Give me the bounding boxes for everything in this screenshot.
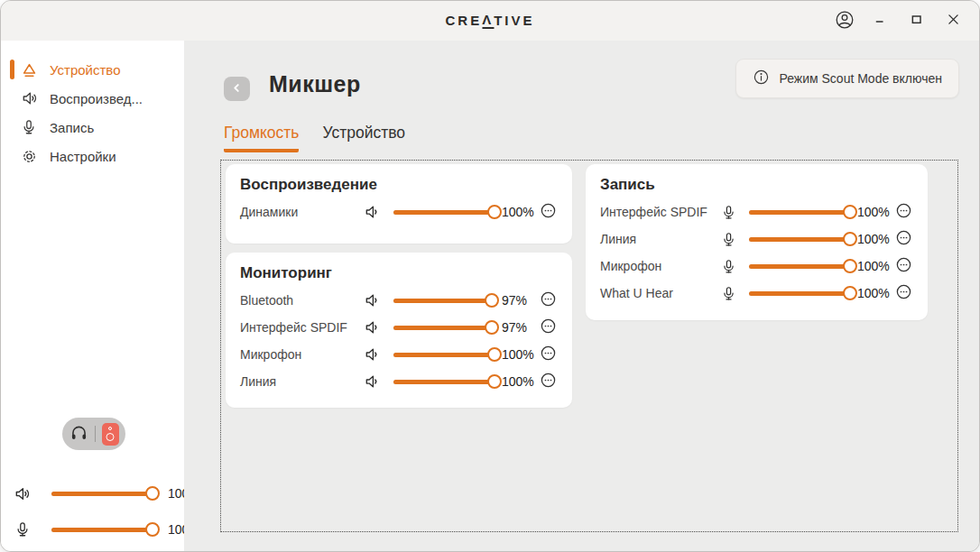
back-button[interactable] [224,77,250,101]
sidebar-item-device[interactable]: Устройство [1,55,184,84]
more-options-button[interactable] [895,230,913,248]
volume-percent: 97% [502,293,540,308]
more-options-button[interactable] [895,203,913,221]
sidebar-item-recording[interactable]: Запись [1,113,184,142]
creative-logo: CREΛTIVE [445,13,534,29]
more-options-button[interactable] [895,284,913,302]
slider-knob[interactable] [843,259,857,273]
mic-icon [719,257,737,275]
tab-device[interactable]: Устройство [322,124,405,152]
ellipsis-icon [540,317,557,337]
minimize-icon [874,13,888,30]
channel-label: Динамики [240,205,364,219]
minimize-button[interactable] [867,7,894,34]
chevron-left-icon [230,81,244,97]
master-mic-slider[interactable] [51,521,153,538]
volume-slider[interactable] [749,204,850,220]
account-icon [835,10,855,32]
slider-knob[interactable] [487,205,502,219]
mixer-row: Микрофон 100% [600,253,913,280]
volume-percent: 100% [502,374,540,389]
ellipsis-icon [895,283,912,303]
monitoring-card: Мониторинг Bluetooth 97% [226,253,572,408]
headphones-icon [69,423,88,446]
close-button[interactable] [939,7,966,34]
recording-card: Запись Интерфейс SPDIF 100% [586,164,928,320]
mic-icon [21,118,39,136]
volume-slider[interactable] [393,346,495,363]
account-button[interactable] [831,7,858,34]
sidebar-item-label: Запись [50,120,94,135]
channel-label: What U Hear [600,286,719,300]
more-options-button[interactable] [540,345,558,363]
mixer-row: Линия 100% [240,368,558,395]
master-output-row: 100% [14,484,200,502]
slider-knob[interactable] [485,293,499,308]
logo-delta: Λ [482,13,494,29]
sidebar-item-settings[interactable]: Настройки [1,142,184,170]
sidebar-item-playback[interactable]: Воспроизвед... [1,84,184,113]
card-title: Воспроизведение [240,176,558,194]
mic-icon [14,520,32,538]
ellipsis-icon [895,229,912,249]
speaker-icon [364,291,382,309]
master-output-slider[interactable] [51,485,153,501]
more-options-button[interactable] [540,203,558,221]
channel-label: Интерфейс SPDIF [600,205,719,219]
slider-knob[interactable] [843,286,857,300]
mixer-row: Интерфейс SPDIF 97% [240,314,558,341]
ellipsis-icon [540,290,557,310]
mixer-row: What U Hear 100% [600,280,913,307]
maximize-button[interactable] [903,7,930,34]
mic-icon [719,203,737,221]
volume-slider[interactable] [393,204,495,220]
sidebar: Устройство Воспроизвед... Запись [1,41,184,552]
speaker-device-icon [102,423,119,446]
volume-slider[interactable] [749,285,850,301]
app-window: CREΛTIVE [0,0,980,552]
close-icon [946,12,961,30]
volume-slider[interactable] [749,231,850,247]
slider-knob[interactable] [843,205,857,219]
speaker-icon [21,89,39,107]
volume-slider[interactable] [749,258,850,274]
mixer-row: Интерфейс SPDIF 100% [600,198,913,225]
maximize-icon [910,13,924,30]
logo-text: CRE [445,13,482,28]
delta-icon [21,60,39,78]
volume-slider[interactable] [393,319,495,336]
scout-notice-text: Режим Scout Mode включен [779,71,942,86]
slider-knob[interactable] [487,347,502,362]
slider-knob[interactable] [145,486,160,501]
more-options-button[interactable] [895,257,913,275]
mixer-row: Линия 100% [600,225,913,253]
volume-percent: 100% [857,259,895,273]
info-icon [753,69,770,89]
channel-label: Линия [600,232,719,246]
output-device-toggle[interactable] [62,418,125,450]
more-options-button[interactable] [540,318,558,336]
slider-knob[interactable] [485,320,499,335]
sidebar-item-label: Устройство [50,62,120,78]
window-controls [831,1,966,41]
more-options-button[interactable] [540,373,558,391]
sidebar-item-label: Настройки [50,149,116,164]
volume-percent: 100% [857,232,895,246]
channel-label: Интерфейс SPDIF [240,320,364,335]
more-options-button[interactable] [540,291,558,309]
channel-label: Линия [240,374,364,389]
volume-slider[interactable] [393,292,495,308]
volume-slider[interactable] [393,373,495,390]
slider-knob[interactable] [487,374,502,389]
channel-label: Микрофон [600,259,719,273]
volume-percent: 97% [502,320,540,335]
mixer-row: Динамики 100% [240,198,558,225]
tab-volume[interactable]: Громкость [224,124,299,152]
ellipsis-icon [540,202,557,222]
mic-icon [719,284,737,302]
slider-knob[interactable] [145,522,160,537]
gear-icon [21,147,39,165]
ellipsis-icon [895,202,912,222]
slider-knob[interactable] [843,232,857,246]
volume-percent: 100% [857,205,895,219]
